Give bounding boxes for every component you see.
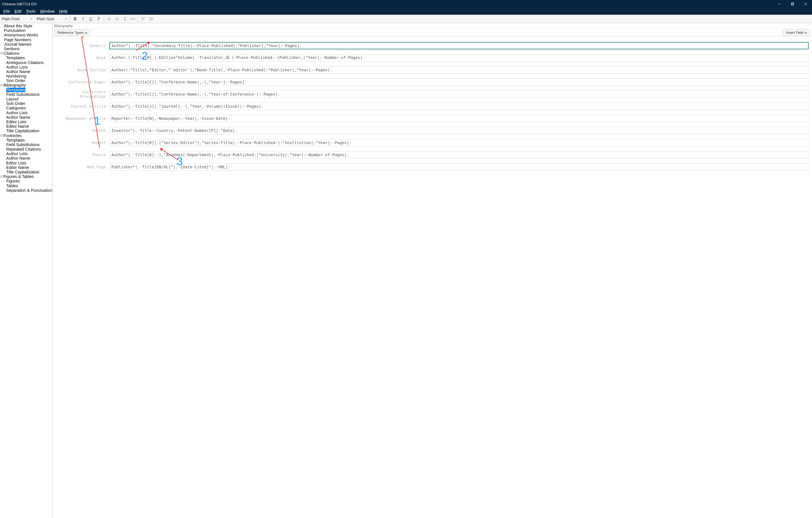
svg-marker-14: [82, 37, 84, 38]
sidebar-page-numbers[interactable]: Page Numbers: [0, 37, 52, 42]
chevron-down-icon: ▾: [65, 17, 67, 20]
main-panel: Bibliography Reference Types ▶ Insert Fi…: [53, 23, 812, 518]
template-row-field[interactable]: Author|:°Title|,°Editor,°`editor`|,°Book…: [109, 66, 809, 74]
template-row: Conference PaperAuthor°|.·Title[C]|.°Con…: [56, 77, 809, 87]
sidebar-citations-numbering[interactable]: Numbering: [0, 74, 52, 78]
font-combo[interactable]: Plain Font▾: [0, 16, 34, 22]
sidebar-bibliography-fieldsubs[interactable]: Field Substitutions: [0, 92, 52, 97]
template-row-field[interactable]: Reporter:·Title[N],·Newspaper,·Year|,·Is…: [109, 115, 809, 122]
underline-button[interactable]: U: [87, 15, 95, 23]
sidebar-bibliography[interactable]: ⊟Bibliography: [0, 83, 52, 87]
template-row-field[interactable]: Author°|.·Title[R]|.|°Series·Editor°|,°S…: [109, 139, 809, 146]
template-row: ThesisAuthor°|.·Title[D].·|,°Academic·De…: [56, 150, 809, 160]
template-row-label: Generic: [56, 44, 109, 48]
align-left-button[interactable]: [139, 15, 147, 23]
template-row-field[interactable]: Author°|.·Title[J]|.°Journal|,·|,°Year,·…: [109, 103, 809, 110]
sidebar-citations-templates[interactable]: Templates: [0, 56, 52, 60]
sidebar-figtables-seppunc[interactable]: Separation & Punctuation: [0, 188, 52, 193]
italic-button[interactable]: I: [79, 15, 87, 23]
reference-types-button[interactable]: Reference Types ▶: [54, 30, 90, 36]
minimize-button[interactable]: [773, 0, 786, 8]
template-row-label: Report: [56, 140, 109, 145]
sidebar-footnotes-templates[interactable]: Templates: [0, 138, 52, 142]
sidebar-footnotes-titlecap[interactable]: Title Capitalization: [0, 170, 52, 174]
sidebar-sections[interactable]: Sections: [0, 47, 52, 51]
superscript-button[interactable]: A1: [105, 15, 113, 23]
sidebar-bibliography-editorlists[interactable]: Editor Lists: [0, 120, 52, 124]
sidebar-figtables-tables[interactable]: Tables: [0, 183, 52, 188]
template-row-field[interactable]: Author°|.·Title[C]|.°Conference·Name|,·|…: [109, 78, 809, 86]
size-combo-label: Plain Size: [37, 17, 54, 21]
align-justify-button[interactable]: [147, 15, 155, 23]
sigma-button[interactable]: Σ: [121, 15, 129, 23]
template-row: ReportAuthor°|.·Title[R]|.|°Series·Edito…: [56, 138, 809, 147]
triangle-right-icon: ▶: [85, 31, 87, 34]
sidebar-citations-ambig[interactable]: Ambiguous Citations: [0, 60, 52, 65]
sidebar-footnotes-fieldsubs[interactable]: Field Substitutions: [0, 142, 52, 147]
format-toolbar: Plain Font▾ Plain Size▾ B I U P A1 A1 Σ …: [0, 15, 812, 23]
template-row-label: Web Page: [56, 165, 109, 169]
sidebar-punctuation[interactable]: Punctuation: [0, 28, 52, 33]
template-row-label: Conference Paper: [56, 80, 109, 84]
menu-tools[interactable]: Tools: [24, 8, 38, 14]
sidebar-citations-authorlists[interactable]: Author Lists: [0, 65, 52, 69]
template-row-label: Patent: [56, 128, 109, 133]
bold-button[interactable]: B: [71, 15, 79, 23]
sidebar-bibliography-categories[interactable]: Categories: [0, 106, 52, 110]
template-row-field[interactable]: Publisher°|.·Title[EB/OL]°|.·[Date·Cited…: [109, 163, 809, 171]
template-row-field[interactable]: Inventor°|.·Title:·Country,·Patent·Numbe…: [109, 127, 809, 134]
menu-window[interactable]: Window: [38, 8, 57, 14]
template-row-label: Conference Proceedings: [56, 90, 109, 99]
sidebar-bibliography-layout[interactable]: Layout: [0, 97, 52, 101]
template-row: Book SectionAuthor|:°Title|,°Editor,°`ed…: [56, 65, 809, 75]
template-row-label: Journal Article: [56, 104, 109, 109]
sidebar: About this StylePunctuationAnonymous Wor…: [0, 23, 53, 518]
sidebar-footnotes-repeated[interactable]: Repeated Citations: [0, 147, 52, 151]
sidebar-figtables-figures[interactable]: Figures: [0, 179, 52, 183]
sidebar-bibliography-editorname[interactable]: Editor Name: [0, 124, 52, 128]
smallcaps-button[interactable]: ABC: [129, 15, 137, 23]
sidebar-footnotes-authorlists[interactable]: Author Lists: [0, 151, 52, 156]
sidebar-journal-names[interactable]: Journal Names: [0, 42, 52, 47]
menu-help[interactable]: Help: [57, 8, 70, 14]
subscript-button[interactable]: A1: [113, 15, 121, 23]
template-row: GenericAuthor°|.·Title|.°Secondary·Title…: [56, 40, 809, 51]
sidebar-footnotes[interactable]: ⊟Footnotes: [0, 133, 52, 138]
sidebar-footnotes-editorname[interactable]: Editor Name: [0, 165, 52, 170]
menu-file[interactable]: File: [1, 8, 12, 14]
breadcrumb-label: Bibliography: [54, 24, 73, 28]
template-row: Conference ProceedingsAuthor°|.·Title[C]…: [56, 89, 809, 99]
template-row-field[interactable]: Author°|.·Title|.°Secondary·Title|.·Plac…: [109, 42, 809, 49]
sidebar-citations-sortorder[interactable]: Sort Order: [0, 78, 52, 83]
template-row-field[interactable]: Author°|.·Title[C]|.°Conference·Name|,·|…: [109, 90, 809, 98]
sidebar-citations[interactable]: ⊟Citations: [0, 51, 52, 56]
menubar: File Edit Tools Window Help: [0, 8, 812, 15]
template-row-label: Thesis: [56, 152, 109, 157]
close-button[interactable]: [799, 0, 812, 8]
svg-rect-1: [791, 3, 793, 5]
sidebar-bibliography-authorlists[interactable]: Author Lists: [0, 111, 52, 115]
template-row: BookAuthor.|·Title[M].|·Edition°Volume|.…: [56, 53, 809, 63]
insert-field-label: Insert Field: [786, 31, 804, 35]
menu-file-label: ile: [6, 9, 10, 13]
insert-field-button[interactable]: Insert Field ▶: [783, 30, 810, 36]
template-row-label: Book: [56, 56, 109, 60]
size-combo[interactable]: Plain Size▾: [35, 16, 68, 22]
sidebar-footnotes-editorlists[interactable]: Editor Lists: [0, 161, 52, 165]
sidebar-bibliography-titlecap[interactable]: Title Capitalization: [0, 128, 52, 133]
sidebar-footnotes-authorname[interactable]: Author Name: [0, 156, 52, 161]
sidebar-about-this-style[interactable]: About this Style: [0, 24, 52, 28]
sidebar-bibliography-templates[interactable]: Templates: [0, 88, 52, 92]
plain-button[interactable]: P: [95, 15, 103, 23]
sidebar-figures-tables[interactable]: ⊟Figures & Tables: [0, 174, 52, 179]
titlebar: Chinese GB7714 DIY: [0, 0, 812, 8]
sidebar-anonymous-works[interactable]: Anonymous Works: [0, 33, 52, 37]
sidebar-bibliography-sortorder[interactable]: Sort Order: [0, 101, 52, 106]
maximize-button[interactable]: [786, 0, 799, 8]
menu-edit[interactable]: Edit: [12, 8, 24, 14]
template-row-field[interactable]: Author.|·Title[M].|·Edition°Volume|.·Tra…: [109, 54, 809, 61]
sidebar-bibliography-authorname[interactable]: Author Name: [0, 115, 52, 120]
sidebar-citations-authorname[interactable]: Author Name: [0, 69, 52, 74]
template-row-field[interactable]: Author°|.·Title[D].·|,°Academic·Departme…: [109, 151, 809, 159]
templates-area: GenericAuthor°|.·Title|.°Secondary·Title…: [53, 37, 812, 518]
